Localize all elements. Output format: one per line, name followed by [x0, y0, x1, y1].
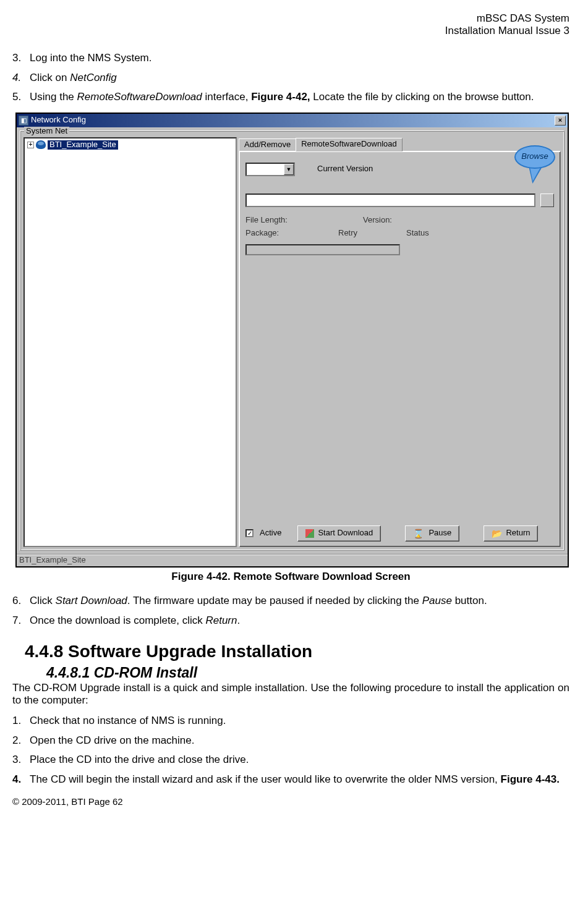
window-icon: ◧ — [19, 116, 28, 125]
right-pane: Add/Remove RemoteSoftwareDownload Browse… — [239, 137, 561, 547]
step-5-bold: Figure 4-42, — [251, 91, 310, 103]
tab-body: Browse ▼ Current Version — [239, 151, 561, 547]
window-client-area: System Net + BTI_Example_Site Add/Remove… — [17, 127, 568, 554]
subsection-heading: 4.4.8.1 CD-ROM Install — [46, 665, 569, 681]
tab-add-remove[interactable]: Add/Remove — [239, 138, 296, 151]
return-button[interactable]: 📂 Return — [484, 525, 538, 542]
start-download-icon — [305, 529, 314, 538]
return-icon: 📂 — [492, 529, 502, 538]
step-6: 6. Click Start Download. The firmware up… — [12, 595, 569, 607]
pause-label: Pause — [428, 529, 451, 538]
step-number: 4. — [12, 773, 21, 786]
step-number: 6. — [12, 595, 21, 607]
start-download-button[interactable]: Start Download — [297, 525, 381, 542]
browse-button[interactable] — [540, 193, 554, 207]
system-net-groupbox: System Net + BTI_Example_Site Add/Remove… — [20, 130, 565, 551]
step-b1: 1. Check that no instance of NMS is runn… — [12, 715, 569, 727]
file-path-row — [245, 193, 554, 207]
page-footer: © 2009‐2011, BTI Page 62 — [12, 796, 569, 807]
version-row: ▼ Current Version — [245, 163, 554, 176]
status-label: Status — [406, 229, 429, 238]
file-info-row-1: File Length: Version: — [245, 216, 554, 225]
tab-remote-software-download[interactable]: RemoteSoftwareDownload — [296, 138, 403, 151]
return-label: Return — [506, 529, 530, 538]
file-length-label: File Length: — [245, 216, 363, 225]
version-combo[interactable]: ▼ — [245, 163, 295, 176]
instruction-list-mid: 6. Click Start Download. The firmware up… — [12, 595, 569, 626]
step-number: 3. — [12, 754, 21, 766]
step-3: 3. Log into the NMS System. — [12, 52, 569, 64]
step-5: 5. Using the RemoteSoftwareDownload inte… — [12, 91, 569, 103]
step-number: 5. — [12, 91, 21, 103]
statusbar: BTI_Example_Site — [17, 554, 568, 566]
active-checkbox[interactable]: ✓ — [245, 529, 254, 537]
header-line-1: mBSC DAS System — [12, 12, 569, 25]
browse-callout-label: Browse — [514, 145, 555, 169]
step-text: Log into the NMS System. — [30, 52, 151, 64]
step-number: 2. — [12, 734, 21, 747]
groupbox-label: System Net — [24, 127, 69, 136]
tree-item-label: BTI_Example_Site — [48, 140, 118, 150]
step-number: 4. — [12, 72, 21, 84]
site-icon — [36, 140, 46, 149]
figure-caption: Figure 4-42. Remote Software Download Sc… — [12, 571, 569, 583]
version-label: Version: — [363, 216, 392, 225]
step-5-italic: RemoteSoftwareDownload — [77, 91, 202, 103]
progress-bar — [245, 244, 400, 255]
tab-strip: Add/Remove RemoteSoftwareDownload — [239, 137, 561, 151]
statusbar-text: BTI_Example_Site — [19, 556, 86, 565]
current-version-label: Current Version — [317, 164, 373, 174]
instruction-list-top: 3. Log into the NMS System. 4. Click on … — [12, 52, 569, 103]
browse-callout: Browse — [514, 145, 555, 176]
tree-item-site[interactable]: + BTI_Example_Site — [26, 140, 234, 150]
step-text-prefix: Click on — [30, 72, 70, 83]
active-label: Active — [260, 529, 281, 538]
section-intro: The CD-ROM Upgrade install is a quick an… — [12, 682, 569, 706]
step-7: 7. Once the download is complete, click … — [12, 614, 569, 627]
figure-4-42: ◧ Network Config × System Net + BTI_Exam… — [15, 113, 569, 568]
step-number: 1. — [12, 715, 21, 727]
window-titlebar: ◧ Network Config × — [17, 114, 568, 127]
tree-pane[interactable]: + BTI_Example_Site — [23, 137, 237, 547]
instruction-list-bottom: 1. Check that no instance of NMS is runn… — [12, 715, 569, 785]
pause-button[interactable]: ⌛ Pause — [405, 525, 459, 542]
file-info-row-2: Package: Retry Status — [245, 229, 554, 238]
start-download-label: Start Download — [318, 529, 373, 538]
window-title: Network Config — [31, 116, 86, 125]
close-icon[interactable]: × — [555, 116, 566, 125]
section-heading: 4.4.8 Software Upgrade Installation — [25, 642, 569, 661]
step-4: 4. Click on NetConfig — [12, 72, 569, 84]
file-path-input[interactable] — [245, 193, 535, 207]
step-5-part1: Using the — [30, 91, 77, 103]
package-label: Package: — [245, 229, 338, 238]
page-header: mBSC DAS System Installation Manual Issu… — [12, 12, 569, 36]
step-b2: 2. Open the CD drive on the machine. — [12, 734, 569, 747]
expand-icon[interactable]: + — [27, 142, 34, 148]
step-number: 3. — [12, 52, 21, 64]
header-line-2: Installation Manual Issue 3 — [12, 25, 569, 37]
step-b3: 3. Place the CD into the drive and close… — [12, 754, 569, 766]
network-config-window: ◧ Network Config × System Net + BTI_Exam… — [15, 113, 569, 568]
step-b4: 4. The CD will begin the install wizard … — [12, 773, 569, 786]
chevron-down-icon[interactable]: ▼ — [284, 164, 294, 175]
button-bar: ✓ Active Start Download ⌛ Pause — [245, 521, 554, 542]
step-5-part2: interface, — [202, 91, 251, 103]
step-number: 7. — [12, 614, 21, 627]
retry-label: Retry — [338, 229, 406, 238]
step-text-italic: NetConfig — [70, 72, 117, 83]
step-5-part3: Locate the file by clicking on the brows… — [310, 91, 534, 103]
hourglass-icon: ⌛ — [413, 529, 424, 538]
